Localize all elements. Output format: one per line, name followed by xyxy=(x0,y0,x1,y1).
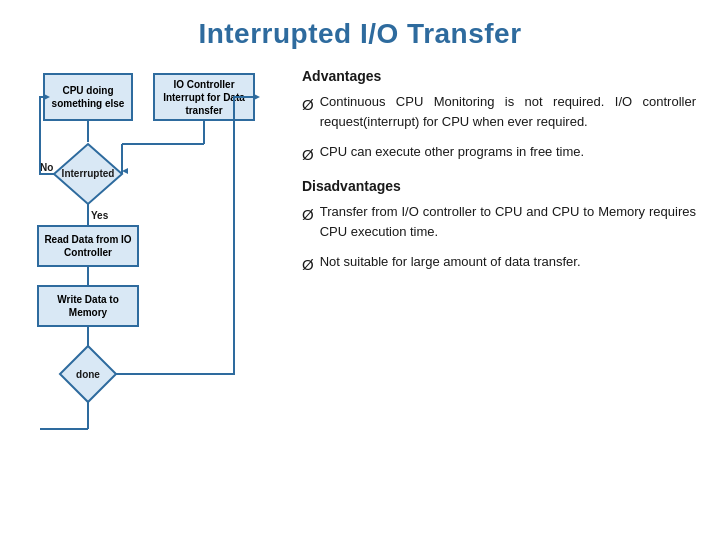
disadvantage-item-1: Ø Transfer from I/O controller to CPU an… xyxy=(302,202,696,242)
no-label: No xyxy=(40,162,53,173)
text-panel: Advantages Ø Continuous CPU Monitoring i… xyxy=(294,64,696,530)
disadvantage-item-2: Ø Not suitable for large amount of data … xyxy=(302,252,696,276)
advantage-text-2: CPU can execute other programs in free t… xyxy=(320,142,584,162)
page: Interrupted I/O Transfer CPU doing somet… xyxy=(0,0,720,540)
advantage-item-2: Ø CPU can execute other programs in free… xyxy=(302,142,696,166)
yes-label: Yes xyxy=(91,210,109,221)
done-label: done xyxy=(76,369,100,380)
content-area: CPU doing something else IO Controller I… xyxy=(24,64,696,530)
advantage-item-1: Ø Continuous CPU Monitoring is not requi… xyxy=(302,92,696,132)
read-box-text: Read Data from IO Controller xyxy=(38,226,138,266)
cpu-box-text: CPU doing something else xyxy=(44,74,132,120)
advantage-text-1: Continuous CPU Monitoring is not require… xyxy=(320,92,696,132)
disadvantage-text-2: Not suitable for large amount of data tr… xyxy=(320,252,581,272)
bullet-symbol-1: Ø xyxy=(302,93,314,116)
advantages-title: Advantages xyxy=(302,66,696,88)
disadvantage-text-1: Transfer from I/O controller to CPU and … xyxy=(320,202,696,242)
svg-marker-11 xyxy=(254,94,260,100)
bullet-symbol-2: Ø xyxy=(302,143,314,166)
flowchart-panel: CPU doing something else IO Controller I… xyxy=(24,64,284,530)
bullet-symbol-4: Ø xyxy=(302,253,314,276)
interrupted-label: Interrupted xyxy=(62,168,115,179)
page-title: Interrupted I/O Transfer xyxy=(24,18,696,50)
bullet-symbol-3: Ø xyxy=(302,203,314,226)
disadvantages-title: Disadvantages xyxy=(302,176,696,198)
write-box-text: Write Data to Memory xyxy=(38,286,138,326)
flowchart-svg: CPU doing something else IO Controller I… xyxy=(34,64,274,494)
